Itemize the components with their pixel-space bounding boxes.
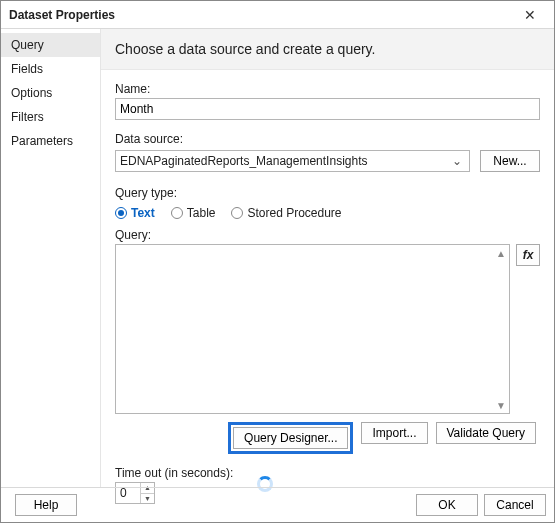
cancel-button[interactable]: Cancel (484, 494, 546, 516)
querytype-label: Query type: (115, 186, 540, 200)
ok-button[interactable]: OK (416, 494, 478, 516)
timeout-label: Time out (in seconds): (115, 466, 233, 480)
radio-storedproc[interactable]: Stored Procedure (231, 206, 341, 220)
radio-icon (171, 207, 183, 219)
query-textarea[interactable]: ▲ ▼ (115, 244, 510, 414)
radio-text[interactable]: Text (115, 206, 155, 220)
close-icon[interactable]: ✕ (512, 4, 548, 26)
scroll-down-icon[interactable]: ▼ (494, 398, 508, 412)
sidebar-item-filters[interactable]: Filters (1, 105, 100, 129)
sidebar-item-options[interactable]: Options (1, 81, 100, 105)
new-datasource-button[interactable]: New... (480, 150, 540, 172)
sidebar-item-fields[interactable]: Fields (1, 57, 100, 81)
name-input[interactable] (115, 98, 540, 120)
sidebar-item-parameters[interactable]: Parameters (1, 129, 100, 153)
datasource-value: EDNAPaginatedReports_ManagementInsights (120, 154, 449, 168)
sidebar: Query Fields Options Filters Parameters (1, 29, 101, 487)
sidebar-item-query[interactable]: Query (1, 33, 100, 57)
query-designer-highlight: Query Designer... (228, 422, 353, 454)
radio-table[interactable]: Table (171, 206, 216, 220)
scroll-up-icon[interactable]: ▲ (494, 246, 508, 260)
radio-icon (115, 207, 127, 219)
window-title: Dataset Properties (9, 8, 115, 22)
query-designer-button[interactable]: Query Designer... (233, 427, 348, 449)
title-bar: Dataset Properties ✕ (1, 1, 554, 29)
expression-button[interactable]: fx (516, 244, 540, 266)
radio-icon (231, 207, 243, 219)
query-label: Query: (115, 228, 540, 242)
help-button[interactable]: Help (15, 494, 77, 516)
import-button[interactable]: Import... (361, 422, 427, 444)
datasource-combo[interactable]: EDNAPaginatedReports_ManagementInsights … (115, 150, 470, 172)
validate-query-button[interactable]: Validate Query (436, 422, 537, 444)
datasource-label: Data source: (115, 132, 540, 146)
dialog-footer: Help OK Cancel (1, 487, 554, 522)
name-label: Name: (115, 82, 540, 96)
page-heading: Choose a data source and create a query. (101, 29, 554, 70)
chevron-down-icon: ⌄ (449, 154, 465, 168)
